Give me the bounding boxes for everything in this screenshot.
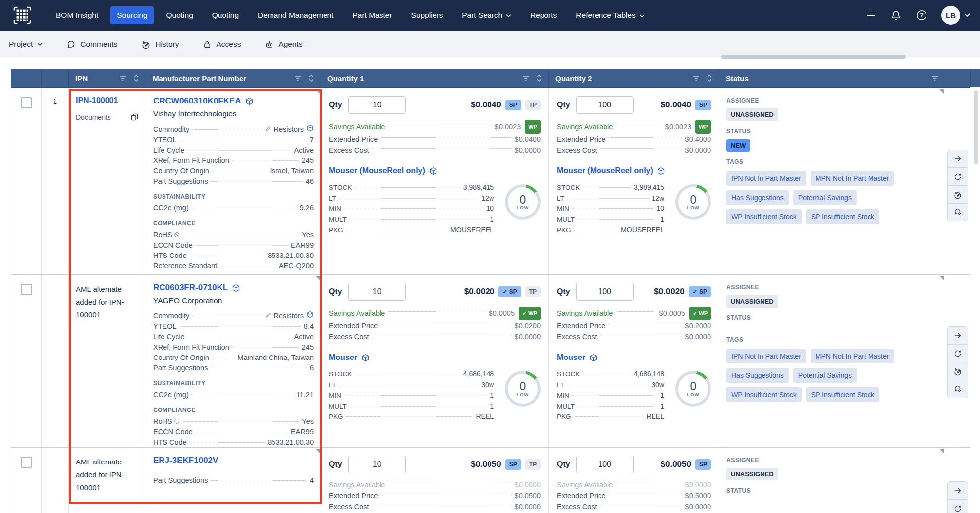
edit-pencil-icon[interactable] xyxy=(265,125,272,132)
tag-chip[interactable]: Potential Savings xyxy=(793,368,857,383)
notifications-bell-icon[interactable] xyxy=(890,10,902,21)
comments-button[interactable]: Comments xyxy=(66,40,117,49)
price-badge[interactable]: TP xyxy=(525,100,541,110)
vertical-scrollbar[interactable] xyxy=(974,90,978,164)
app-logo-icon[interactable] xyxy=(12,5,33,26)
price-badge[interactable]: ✓ SP xyxy=(498,286,521,297)
filter-icon[interactable] xyxy=(119,75,126,81)
header-quantity1[interactable]: Quantity 1 xyxy=(321,69,549,87)
supplier-link[interactable]: Mouser (MouseReel only) xyxy=(329,166,541,175)
price-badge[interactable]: SP xyxy=(695,459,711,470)
stock-row: LT30w xyxy=(557,380,664,391)
edit-pencil-icon[interactable] xyxy=(265,312,272,318)
refresh-button[interactable] xyxy=(947,499,968,513)
part-cube-icon[interactable] xyxy=(232,284,240,292)
price-badge[interactable]: TP xyxy=(525,459,541,470)
sort-icon[interactable] xyxy=(707,74,712,82)
nav-item[interactable]: BOM Insight xyxy=(50,6,105,24)
help-icon[interactable]: ? xyxy=(916,9,927,21)
tag-chip[interactable]: WP Insufficient Stock xyxy=(726,387,802,402)
tag-chip[interactable]: WP Insufficient Stock xyxy=(726,209,802,224)
part-cube-icon[interactable] xyxy=(245,97,254,105)
comment-action-button[interactable] xyxy=(947,380,968,398)
project-menu[interactable]: Project xyxy=(9,40,43,49)
tag-chip[interactable]: SP Insufficient Stock xyxy=(806,209,879,224)
ipn-link[interactable]: IPN-100001 xyxy=(76,96,139,105)
assignee-chip[interactable]: UNASSIGNED xyxy=(726,295,778,308)
row-checkbox[interactable] xyxy=(21,457,32,468)
open-row-button[interactable] xyxy=(947,481,968,500)
qty-input[interactable] xyxy=(348,96,406,114)
copy-documents-icon[interactable] xyxy=(130,113,139,121)
access-button[interactable]: Access xyxy=(203,40,241,49)
row-checkbox[interactable] xyxy=(21,97,32,108)
nav-item[interactable]: Suppliers xyxy=(405,6,450,24)
horizontal-scrollbar[interactable] xyxy=(721,55,906,59)
tag-chip[interactable]: MPN Not In Part Master xyxy=(811,171,894,186)
filter-icon[interactable] xyxy=(522,75,529,81)
qty-input[interactable] xyxy=(348,283,406,301)
financial-row: Extended Price$0.0500 xyxy=(329,490,541,501)
mpn-link[interactable]: RC0603FR-0710KL xyxy=(153,283,314,293)
tag-chip[interactable]: IPN Not In Part Master xyxy=(726,171,806,186)
nav-item-label: Reports xyxy=(530,11,557,20)
price-badge[interactable]: SP xyxy=(695,100,711,110)
nav-item[interactable]: Reference Tables xyxy=(569,6,651,24)
price-badge[interactable]: SP xyxy=(505,100,521,110)
tag-chip[interactable]: Has Suggestions xyxy=(726,190,789,205)
nav-item[interactable]: Part Master xyxy=(346,6,398,24)
history-button[interactable]: History xyxy=(141,40,179,49)
supplier-link[interactable]: Mouser xyxy=(329,353,541,362)
open-row-button[interactable] xyxy=(947,150,968,168)
nav-item[interactable]: Demand Management xyxy=(251,6,340,24)
header-status[interactable]: Status xyxy=(719,69,945,87)
nav-item[interactable]: Sourcing xyxy=(110,6,154,24)
cube-icon[interactable] xyxy=(306,124,314,132)
qty-input[interactable] xyxy=(576,283,634,301)
qty-input[interactable] xyxy=(576,96,634,114)
tag-chip[interactable]: Potential Savings xyxy=(793,190,857,205)
user-menu[interactable]: LB xyxy=(941,6,970,25)
qty-input[interactable] xyxy=(576,456,634,473)
price-badge[interactable]: SP xyxy=(505,459,521,470)
tag-chip[interactable]: SP Insufficient Stock xyxy=(806,387,879,402)
assignee-chip[interactable]: UNASSIGNED xyxy=(726,468,778,480)
history-button[interactable] xyxy=(947,185,968,204)
cube-icon[interactable] xyxy=(306,311,314,318)
history-button[interactable] xyxy=(947,362,968,380)
price-badge[interactable]: TP xyxy=(525,286,541,297)
tag-chip[interactable]: MPN Not In Part Master xyxy=(811,349,894,363)
supplier-link[interactable]: Mouser xyxy=(557,353,711,362)
nav-item[interactable]: Quoting xyxy=(206,6,245,24)
tag-chip[interactable]: Has Suggestions xyxy=(726,368,789,383)
stock-risk-gauge: 0LOW xyxy=(675,184,711,220)
header-quantity2[interactable]: Quantity 2 xyxy=(549,69,719,87)
nav-item[interactable]: Part Search xyxy=(455,6,518,24)
mpn-link[interactable]: ERJ-3EKF1002V xyxy=(153,456,314,465)
mpn-link[interactable]: CRCW060310K0FKEA xyxy=(153,96,314,106)
sort-icon[interactable] xyxy=(308,74,314,82)
open-row-button[interactable] xyxy=(947,326,968,345)
refresh-button[interactable] xyxy=(947,344,968,362)
nav-item[interactable]: Reports xyxy=(524,6,563,24)
qty-input[interactable] xyxy=(348,456,406,473)
nav-item[interactable]: Quoting xyxy=(160,6,199,24)
agents-button[interactable]: Agents xyxy=(265,40,302,49)
filter-icon[interactable] xyxy=(693,75,700,81)
add-icon[interactable] xyxy=(866,10,876,21)
sort-icon[interactable] xyxy=(536,74,542,82)
tag-chip[interactable]: IPN Not In Part Master xyxy=(726,349,806,363)
header-ipn[interactable]: IPN xyxy=(69,69,146,87)
sort-icon[interactable] xyxy=(133,74,139,82)
comment-action-button[interactable] xyxy=(947,203,968,221)
status-chip[interactable]: NEW xyxy=(726,139,750,152)
filter-icon[interactable] xyxy=(931,75,938,81)
attribute-row: COMPLIANCE xyxy=(153,405,314,415)
header-mpn[interactable]: Manufacturer Part Number xyxy=(146,69,321,87)
assignee-chip[interactable]: UNASSIGNED xyxy=(726,108,778,121)
filter-icon[interactable] xyxy=(294,75,301,81)
price-badge[interactable]: ✓ SP xyxy=(689,286,711,297)
row-checkbox[interactable] xyxy=(21,284,32,295)
refresh-button[interactable] xyxy=(947,167,968,186)
supplier-link[interactable]: Mouser (MouseReel only) xyxy=(557,166,711,175)
